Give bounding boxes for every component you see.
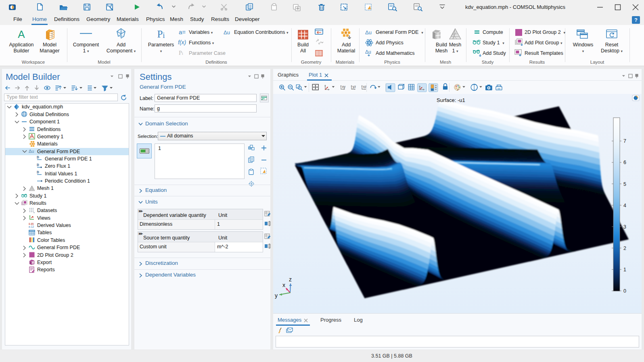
svg-text:8.85: 8.85	[29, 223, 34, 225]
svg-text:Δu: Δu	[365, 49, 371, 55]
svg-text:D: D	[37, 156, 39, 159]
svg-text:yz: yz	[353, 85, 356, 89]
svg-text:e-12: e-12	[29, 225, 34, 228]
svg-text:Δu: Δu	[29, 149, 34, 154]
svg-text:D: D	[37, 163, 39, 167]
svg-text:a=: a=	[179, 29, 186, 35]
svg-text:Δu: Δu	[224, 29, 230, 35]
svg-text:xz: xz	[363, 85, 366, 89]
svg-text:A: A	[18, 29, 25, 40]
svg-text:Δu: Δu	[365, 29, 372, 35]
svg-text:Pi: Pi	[157, 29, 165, 40]
svg-text:D: D	[37, 171, 39, 174]
svg-text:xy: xy	[342, 85, 346, 89]
svg-text:Pi: Pi	[179, 50, 183, 56]
svg-text:f(x): f(x)	[178, 39, 186, 46]
